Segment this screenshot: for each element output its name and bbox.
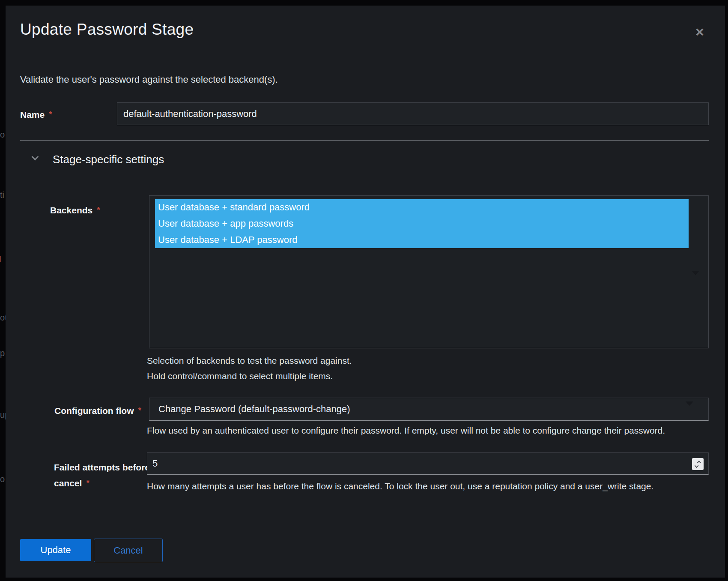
configuration-flow-label-text: Configuration flow [54,406,134,416]
failed-attempts-label: Failed attempts before cancel* [54,460,161,491]
required-asterisk: * [49,110,52,119]
update-button[interactable]: Update [20,539,91,561]
backends-help: Hold control/command to select multiple … [147,371,333,381]
modal-description: Validate the user's password against the… [20,74,278,85]
configuration-flow-value: Change Password (default-password-change… [158,398,350,420]
spinner-up-icon[interactable] [697,460,701,464]
backends-label-text: Backends [50,205,92,215]
backdrop-fragment: ot [0,313,6,323]
select-caret-icon [692,271,699,275]
name-input[interactable] [117,102,709,125]
name-label: Name* [20,109,52,120]
close-button[interactable]: × [690,22,709,41]
backends-label: Backends* [50,204,100,216]
failed-attempts-input[interactable] [147,452,709,475]
name-label-text: Name [20,110,45,120]
stage-settings-expander[interactable]: Stage-specific settings [23,148,194,170]
backends-option[interactable]: User database + LDAP password [155,232,689,248]
page-title: Update Password Stage [20,21,194,39]
failed-attempts-help: How many attempts a user has before the … [147,481,653,491]
stage-settings-title: Stage-specific settings [53,153,164,166]
backdrop-fragment: p [0,348,6,358]
select-caret-icon [686,401,693,406]
backdrop-fragment: o [0,474,6,484]
close-icon: × [695,24,704,39]
section-divider [20,140,709,141]
failed-attempts-label-line1: Failed attempts before [54,462,150,472]
update-password-stage-dialog: Update Password Stage × Validate the use… [6,6,725,578]
required-asterisk: * [97,205,100,214]
chevron-down-icon [32,153,39,161]
backends-help: Selection of backends to test the passwo… [147,356,352,366]
configuration-flow-select[interactable]: Change Password (default-password-change… [149,398,709,421]
cancel-button[interactable]: Cancel [94,539,163,562]
configuration-flow-label: Configuration flow* [54,405,141,416]
configuration-flow-help: Flow used by an authenticated user to co… [147,425,665,436]
number-spinner[interactable] [692,458,704,470]
backdrop-red-mark [0,256,1,262]
failed-attempts-label-line2-text: cancel [54,478,82,488]
backends-listbox[interactable]: User database + standard password User d… [149,195,709,348]
backends-option[interactable]: User database + app passwords [155,216,689,232]
backdrop-fragment: o [0,130,6,140]
required-asterisk: * [138,406,141,415]
required-asterisk: * [86,478,89,487]
backends-option[interactable]: User database + standard password [155,199,689,216]
failed-attempts-label-line2: cancel* [54,475,161,491]
backdrop-fragment: up [0,410,6,420]
backdrop-fragment: ti [0,190,6,200]
